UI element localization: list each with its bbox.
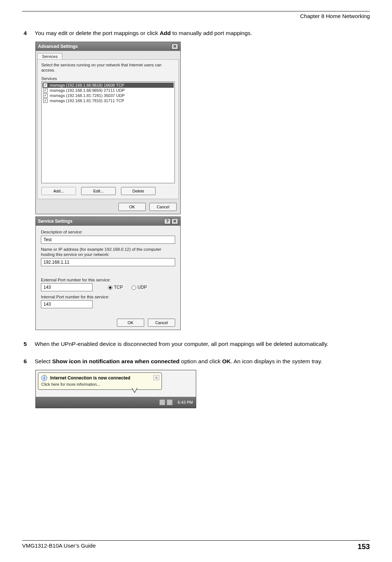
udp-label: UDP	[138, 285, 147, 290]
service-row[interactable]: ✓ msmsgs (192.168.1.81:7281) 35037 UDP	[42, 93, 174, 98]
dialog1-instr-line1: Select the services running on your netw…	[41, 63, 162, 67]
add-button[interactable]: Add...	[41, 187, 76, 195]
service-row[interactable]: ✓ msmsgs (192.168.1.66:9859) 27111 UDP	[42, 88, 174, 93]
services-listbox[interactable]: ✓ msmsgs (192.168.1.66:9618) 16608 TCP ✓…	[41, 81, 175, 183]
balloon-title: Internet Connection is now connected	[50, 375, 130, 381]
tray-icon[interactable]	[159, 399, 165, 405]
service-text: msmsgs (192.168.1.66:9618) 16608 TCP	[50, 83, 124, 87]
radio-icon	[132, 285, 136, 290]
step-6-bold2: OK	[222, 358, 230, 364]
step-4-post: to manually add port mappings.	[171, 30, 252, 36]
chapter-header: Chapter 8 Home Networking	[22, 13, 370, 19]
close-icon[interactable]: ✕	[171, 218, 178, 224]
description-input[interactable]	[41, 236, 175, 244]
balloon-subtext: Click here for more information...	[41, 382, 159, 386]
step-6-post: . An icon displays in the system tray.	[230, 358, 322, 364]
close-icon[interactable]: ✕	[171, 44, 178, 49]
cancel-button[interactable]: Cancel	[148, 319, 175, 327]
close-icon[interactable]: ✕	[153, 375, 159, 380]
checkbox-icon[interactable]: ✓	[43, 93, 48, 98]
dialog1-instr-line2: access.	[41, 68, 55, 72]
delete-button[interactable]: Delete	[121, 187, 156, 195]
ok-button[interactable]: OK	[118, 203, 146, 211]
step-5-text: When the UPnP-enabled device is disconne…	[35, 340, 370, 348]
page-number: 153	[358, 542, 370, 551]
service-row[interactable]: ✓ msmsgs (192.168.1.81:7810) 31711 TCP	[42, 98, 174, 103]
service-text: msmsgs (192.168.1.81:7281) 35037 UDP	[50, 93, 125, 98]
services-label: Services	[41, 76, 175, 81]
clock: 6:43 PM	[178, 400, 193, 405]
tray-screenshot: i Internet Connection is now connected ✕…	[35, 370, 196, 408]
ip-input[interactable]	[41, 258, 175, 266]
taskbar: 6:43 PM	[36, 397, 196, 408]
internal-port-label: Internal Port number for this service:	[41, 294, 175, 299]
ip-label: Name or IP address (for example 192.168.…	[41, 247, 175, 257]
description-label: Description of service:	[41, 229, 175, 235]
step-6-mid: option and click	[180, 358, 222, 364]
step-6-bold1: Show icon in notification area when conn…	[52, 358, 179, 364]
step-4-text: You may edit or delete the port mappings…	[35, 30, 370, 37]
dialog-service-settings: Service Settings ? ✕ Description of serv…	[35, 216, 181, 330]
notification-balloon[interactable]: i Internet Connection is now connected ✕…	[38, 372, 162, 390]
checkbox-icon[interactable]: ✓	[43, 88, 48, 93]
dialog2-title: Service Settings	[38, 219, 72, 224]
radio-udp[interactable]: UDP	[132, 285, 147, 290]
service-text: msmsgs (192.168.1.81:7810) 31711 TCP	[50, 98, 124, 103]
tray-icon[interactable]	[167, 399, 173, 405]
radio-tcp[interactable]: TCP	[108, 285, 123, 290]
ok-button[interactable]: OK	[117, 319, 144, 327]
service-text: msmsgs (192.168.1.66:9859) 27111 UDP	[50, 88, 125, 93]
help-icon[interactable]: ?	[164, 218, 171, 224]
edit-button[interactable]: Edit...	[81, 187, 116, 195]
tcp-label: TCP	[114, 285, 123, 290]
step-6-pre: Select	[35, 358, 52, 364]
step-4-bold: Add	[160, 30, 171, 36]
radio-icon	[108, 285, 112, 290]
dialog1-instruction: Select the services running on your netw…	[41, 63, 175, 73]
checkbox-icon[interactable]: ✓	[43, 98, 48, 103]
internal-port-input[interactable]	[41, 300, 93, 308]
dialog-advanced-settings: Advanced Settings ✕ Services Select the …	[35, 42, 181, 215]
dialog1-title: Advanced Settings	[38, 44, 78, 49]
step-5-number: 5	[22, 340, 35, 348]
info-icon: i	[41, 375, 47, 381]
step-4-pre: You may edit or delete the port mappings…	[35, 30, 160, 36]
footer-guide: VMG1312-B10A User’s Guide	[22, 542, 96, 551]
step-6-text: Select Show icon in notification area wh…	[35, 358, 370, 365]
external-port-label: External Port number for this service:	[41, 277, 175, 282]
cancel-button[interactable]: Cancel	[149, 203, 177, 211]
tab-services[interactable]: Services	[37, 53, 62, 59]
service-row[interactable]: ✓ msmsgs (192.168.1.66:9618) 16608 TCP	[42, 83, 174, 88]
checkbox-icon[interactable]: ✓	[43, 83, 48, 87]
step-6-number: 6	[22, 358, 35, 365]
external-port-input[interactable]	[41, 283, 93, 291]
step-4-number: 4	[22, 30, 35, 37]
